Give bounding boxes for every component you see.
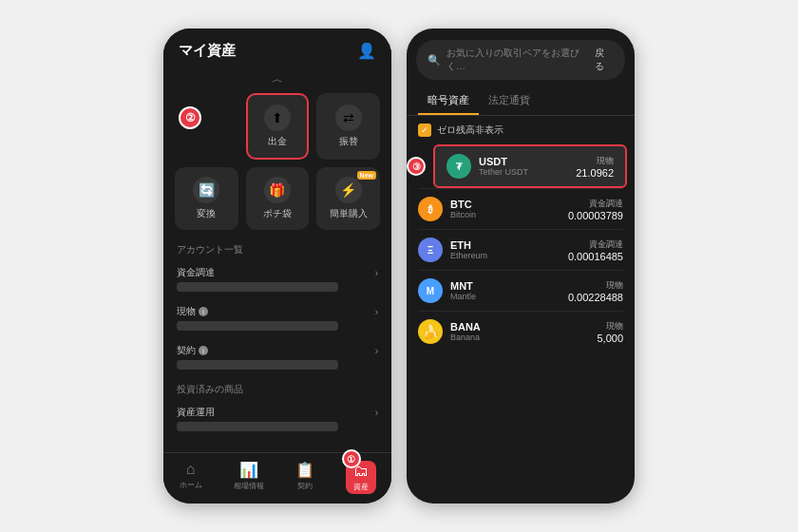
eth-amount: 資金調達 0.00016485 [568,238,623,262]
tab-crypto[interactable]: 暗号資産 [418,87,479,115]
eth-icon: Ξ [418,238,443,262]
nav-contract[interactable]: 📋 契約 [295,461,314,494]
bana-sub: Banana [450,332,589,342]
convert-button[interactable]: 🔄 変換 [175,167,238,230]
btc-type: 資金調達 [568,198,623,210]
asset-mgmt-arrow: › [375,408,378,418]
asset-row-bana[interactable]: 🍌 BANA Banana 現物 5,000 [407,312,635,352]
eth-name: ETH [450,239,560,251]
contract-nav-icon: 📋 [295,461,314,479]
convert-label: 変換 [197,207,216,220]
quick-buy-button[interactable]: New ⚡ 簡単購入 [316,167,380,230]
bana-name: BANA [450,321,589,332]
contract-label: 契約 i [177,344,208,357]
usdt-info: USDT Tether USDT [479,156,568,177]
usdt-icon: ₮ [446,154,471,179]
spot-arrow: › [375,307,378,317]
contract-info-icon: i [199,346,208,355]
nav-home[interactable]: ⌂ ホーム [180,461,202,494]
contract-arrow: › [375,346,378,356]
new-badge: New [357,171,376,180]
mnt-sub: Mantle [450,292,560,301]
search-bar[interactable]: 🔍 お気に入りの取引ペアをお選びく… 戻る [416,40,625,80]
btc-info: BTC Bitcoin [450,199,560,219]
funding-bar [177,282,338,292]
eth-type: 資金調達 [568,238,623,251]
spot-bar [177,321,338,331]
mnt-name: MNT [450,280,560,292]
zero-filter-label: ゼロ残高非表示 [437,124,504,137]
asset-list: ③ ₮ USDT Tether USDT 現物 21.0962 ₿ [407,144,635,504]
asset-row-mnt[interactable]: M MNT Mantle 現物 0.00228488 [407,271,635,311]
assets-nav-label: 資産 [353,482,369,492]
btc-value: 0.00003789 [568,210,623,221]
usdt-name: USDT [479,156,568,167]
zero-filter-checkbox[interactable] [418,124,431,137]
nav-market[interactable]: 📊 相場情報 [234,461,264,494]
right-content: 🔍 お気に入りの取引ペアをお選びく… 戻る 暗号資産 法定通貨 ゼロ残高非表示 … [407,28,635,504]
mnt-icon: M [418,278,443,303]
step2-badge: ② [179,106,201,129]
asset-row-btc[interactable]: ₿ BTC Bitcoin 資金調達 0.00003789 [407,189,635,229]
market-label: 相場情報 [234,481,264,491]
mnt-value: 0.00228488 [568,292,623,303]
usdt-value: 21.0962 [576,167,614,179]
quick-buy-label: 簡単購入 [330,207,368,220]
asset-row-usdt[interactable]: ₮ USDT Tether USDT 現物 21.0962 [433,144,627,188]
funding-label: 資金調達 [177,266,215,279]
page-title: マイ資産 [179,42,236,60]
account-section-title: アカウント一覧 [163,239,391,262]
withdraw-button[interactable]: ⬆ 出金 [246,93,310,160]
funding-item[interactable]: 資金調達 › [163,262,391,295]
eth-info: ETH Ethereum [450,239,560,260]
collapse-arrow[interactable] [163,67,391,93]
tab-row: 暗号資産 法定通貨 [407,87,635,116]
withdraw-label: 出金 [268,135,287,148]
investment-section-title: 投資済みの商品 [163,379,391,402]
transfer-label: 振替 [339,135,358,148]
contract-item[interactable]: 契約 i › [163,340,391,373]
btc-amount: 資金調達 0.00003789 [568,198,623,221]
bana-type: 現物 [597,320,623,332]
btc-sub: Bitcoin [450,210,560,219]
spot-item[interactable]: 現物 i › [163,301,391,334]
search-left: 🔍 お気に入りの取引ペアをお選びく… [428,47,595,73]
tab-fiat[interactable]: 法定通貨 [479,87,540,115]
transfer-button[interactable]: ⇄ 振替 [316,93,380,160]
bottom-nav: ⌂ ホーム 📊 相場情報 📋 契約 ① 🗂 資産 [163,452,391,504]
funding-arrow: › [375,268,378,278]
btc-name: BTC [450,199,560,210]
transfer-icon: ⇄ [335,104,362,131]
mnt-info: MNT Mantle [450,280,560,301]
convert-icon: 🔄 [193,177,219,203]
asset-row-eth[interactable]: Ξ ETH Ethereum 資金調達 0.00016485 [407,230,635,270]
home-label: ホーム [180,480,202,490]
nav-assets-wrapper: ① 🗂 資産 [346,461,376,494]
contract-nav-label: 契約 [297,481,313,491]
bana-icon: 🍌 [418,319,443,344]
step3-badge: ③ [407,157,426,176]
asset-mgmt-bar [177,422,338,431]
left-header: マイ資産 👤 [163,28,391,67]
mnt-type: 現物 [568,279,623,292]
right-phone: 🔍 お気に入りの取引ペアをお選びく… 戻る 暗号資産 法定通貨 ゼロ残高非表示 … [407,28,635,504]
pochibukuro-label: ポチ袋 [263,207,292,220]
spot-info-icon: i [199,307,208,316]
quick-buy-icon: ⚡ [335,177,362,203]
asset-mgmt-label: 資産運用 [177,406,215,419]
spot-label: 現物 i [177,305,208,318]
zero-filter[interactable]: ゼロ残高非表示 [407,124,635,144]
back-button[interactable]: 戻る [595,47,614,73]
market-icon: 📊 [239,461,258,479]
usdt-row-wrapper: ③ ₮ USDT Tether USDT 現物 21.0962 [407,144,635,188]
profile-icon[interactable]: 👤 [357,42,376,60]
bana-amount: 現物 5,000 [597,320,623,344]
usdt-type: 現物 [576,155,614,167]
eth-value: 0.00016485 [568,251,623,262]
search-icon: 🔍 [428,54,441,66]
asset-mgmt-item[interactable]: 資産運用 › [163,402,391,435]
bana-value: 5,000 [597,332,623,344]
pochibukuro-button[interactable]: 🎁 ポチ袋 [246,167,310,230]
usdt-amount: 現物 21.0962 [576,155,614,179]
contract-bar [177,360,338,370]
